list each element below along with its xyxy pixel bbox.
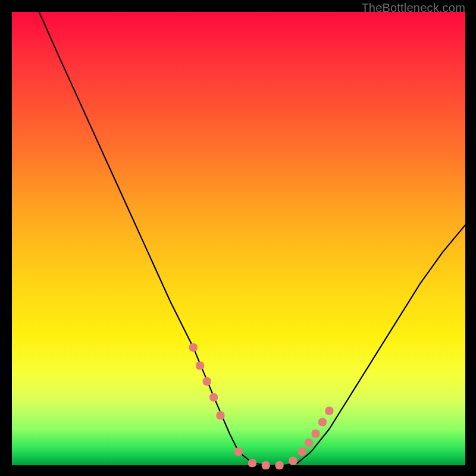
- highlight-dot: [248, 459, 256, 467]
- highlight-dot: [189, 343, 198, 352]
- bottleneck-curve: [39, 12, 465, 465]
- highlight-dot: [289, 456, 297, 465]
- highlight-dot: [209, 393, 218, 402]
- highlight-dot: [298, 447, 306, 456]
- highlight-dot: [275, 461, 284, 469]
- curve-layer: [12, 12, 465, 465]
- plot-area: [12, 12, 465, 465]
- highlight-dot: [196, 361, 204, 369]
- highlight-dot: [318, 418, 327, 427]
- highlight-dot: [203, 377, 211, 386]
- chart-frame: TheBottleneck.com: [0, 0, 476, 476]
- highlight-dot: [234, 447, 243, 456]
- highlight-dot: [325, 407, 333, 415]
- highlight-dot: [217, 411, 225, 419]
- highlight-dot: [305, 439, 313, 447]
- highlight-dot: [262, 461, 270, 469]
- highlight-dot: [312, 430, 320, 438]
